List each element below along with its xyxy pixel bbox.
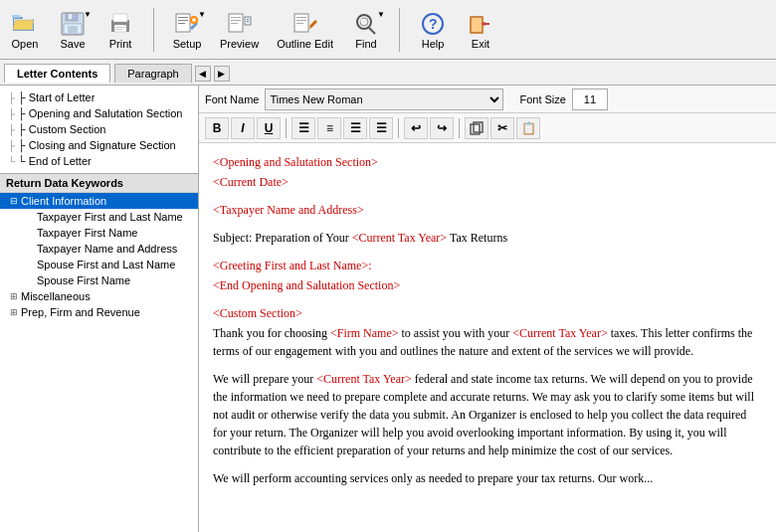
letter-item-end[interactable]: └ End of Letter xyxy=(0,153,198,169)
align-justify-button[interactable]: ☰ xyxy=(369,117,393,139)
exit-button[interactable]: Exit xyxy=(462,8,499,52)
svg-line-37 xyxy=(369,28,375,34)
svg-rect-24 xyxy=(231,20,241,21)
letter-item-opening[interactable]: ├ Opening and Salutation Section xyxy=(0,105,198,121)
svg-rect-23 xyxy=(231,17,241,18)
editor-paragraph: We will prepare your <Current Tax Year> … xyxy=(213,370,762,459)
editor-paragraph: We will perform accounting services only… xyxy=(213,469,762,487)
body-text: We will prepare your xyxy=(213,372,316,386)
font-name-select[interactable]: Times New Roman xyxy=(265,89,503,110)
outline-edit-icon xyxy=(291,10,319,38)
editor-paragraph xyxy=(213,221,762,227)
keywords-tree: ⊟Client InformationTaxpayer First and La… xyxy=(0,193,198,320)
preview-button[interactable]: Preview xyxy=(216,8,263,52)
save-arrow: ▼ xyxy=(84,10,92,19)
italic-button[interactable]: I xyxy=(231,117,255,139)
preview-label: Preview xyxy=(220,38,259,50)
fmt-sep1 xyxy=(286,118,287,138)
toolbar: Open Save ▼ Print xyxy=(0,0,776,60)
copy-button[interactable] xyxy=(465,117,488,139)
editor-paragraph: Subject: Preparation of Your <Current Ta… xyxy=(213,229,762,247)
print-icon xyxy=(106,10,134,38)
template-tag: <Current Date> xyxy=(213,175,289,189)
svg-rect-25 xyxy=(231,23,238,24)
svg-rect-15 xyxy=(115,29,122,30)
kw-item-spouse-full[interactable]: Spouse First and Last Name xyxy=(0,257,198,272)
save-label: Save xyxy=(60,38,85,50)
paste-button[interactable]: 📋 xyxy=(516,117,540,139)
find-label: Find xyxy=(355,38,376,50)
help-button[interactable]: ? Help xyxy=(414,8,452,52)
align-left-button[interactable]: ☰ xyxy=(291,117,315,139)
svg-text:?: ? xyxy=(429,16,438,32)
letter-item-closing[interactable]: ├ Closing and Signature Section xyxy=(0,137,198,153)
preview-icon xyxy=(226,10,254,38)
setup-label: Setup xyxy=(173,38,202,50)
open-button[interactable]: Open xyxy=(6,8,44,52)
kw-label-spouse-first: Spouse First Name xyxy=(37,274,130,286)
svg-rect-27 xyxy=(247,19,249,20)
kw-item-spouse-first[interactable]: Spouse First Name xyxy=(0,272,198,288)
print-label: Print xyxy=(109,38,132,50)
align-center-button[interactable]: ≡ xyxy=(317,117,341,139)
letter-contents-tree: ├ Start of Letter├ Opening and Salutatio… xyxy=(0,86,198,173)
help-icon: ? xyxy=(419,10,447,38)
find-button[interactable]: Find ▼ xyxy=(347,8,385,52)
tab-paragraph[interactable]: Paragraph xyxy=(114,64,191,83)
editor-paragraph: <Opening and Salutation Section> xyxy=(213,153,762,171)
svg-rect-13 xyxy=(113,14,127,22)
expand-icon-misc: ⊞ xyxy=(10,291,18,301)
sep2 xyxy=(399,8,400,52)
kw-item-taxpayer-first[interactable]: Taxpayer First Name xyxy=(0,225,198,241)
svg-point-35 xyxy=(357,15,371,29)
template-tag: <Opening and Salutation Section> xyxy=(213,155,378,169)
tab-letter-contents[interactable]: Letter Contents xyxy=(4,64,110,83)
main-area: ├ Start of Letter├ Opening and Salutatio… xyxy=(0,86,776,532)
outline-edit-label: Outline Edit xyxy=(277,38,333,50)
bold-button[interactable]: B xyxy=(205,117,229,139)
kw-item-taxpayer-address[interactable]: Taxpayer Name and Address xyxy=(0,241,198,257)
exit-icon xyxy=(467,10,494,38)
body-text: Subject: Preparation of Your xyxy=(213,231,352,245)
tabbar: Letter Contents Paragraph ◀ ▶ xyxy=(0,60,776,86)
kw-label-taxpayer-first: Taxpayer First Name xyxy=(37,227,137,239)
kw-item-misc[interactable]: ⊞Miscellaneous xyxy=(0,288,198,304)
editor-paragraph: <Custom Section> xyxy=(213,304,762,322)
cut-button[interactable]: ✂ xyxy=(490,117,514,139)
font-size-input[interactable] xyxy=(572,89,608,110)
kw-item-prep[interactable]: ⊞Prep, Firm and Revenue xyxy=(0,304,198,320)
template-tag: <Greeting First and Last Name>: xyxy=(213,259,372,272)
kw-item-taxpayer-full[interactable]: Taxpayer First and Last Name xyxy=(0,209,198,225)
template-tag: <Taxpayer Name and Address> xyxy=(213,203,364,217)
svg-rect-14 xyxy=(115,27,125,28)
svg-rect-18 xyxy=(178,20,188,21)
undo-button[interactable]: ↩ xyxy=(404,117,428,139)
fmt-sep3 xyxy=(459,118,460,138)
svg-point-38 xyxy=(359,18,363,22)
letter-item-custom[interactable]: ├ Custom Section xyxy=(0,121,198,137)
outline-edit-button[interactable]: Outline Edit xyxy=(273,8,337,52)
tab-nav-left[interactable]: ◀ xyxy=(195,66,211,82)
editor-area[interactable]: <Opening and Salutation Section><Current… xyxy=(199,143,776,532)
save-button[interactable]: Save ▼ xyxy=(54,8,92,52)
kw-label-taxpayer-address: Taxpayer Name and Address xyxy=(37,243,177,255)
redo-button[interactable]: ↪ xyxy=(430,117,454,139)
template-tag: <Current Tax Year> xyxy=(512,326,607,340)
kw-label-misc: Miscellaneous xyxy=(21,290,91,302)
editor-paragraph: <Current Date> xyxy=(213,173,762,191)
letter-item-start[interactable]: ├ Start of Letter xyxy=(0,89,198,105)
find-icon xyxy=(352,10,380,38)
setup-button[interactable]: Setup ▼ xyxy=(168,8,206,52)
print-button[interactable]: Print xyxy=(101,8,139,52)
svg-rect-28 xyxy=(247,21,249,22)
align-right-button[interactable]: ☰ xyxy=(343,117,367,139)
editor-paragraph xyxy=(213,249,762,255)
underline-button[interactable]: U xyxy=(257,117,281,139)
kw-label-spouse-full: Spouse First and Last Name xyxy=(37,259,175,270)
template-tag: <Firm Name> xyxy=(330,326,399,340)
tab-nav-right[interactable]: ▶ xyxy=(214,66,230,82)
template-tag: <Custom Section> xyxy=(213,306,302,320)
kw-item-client-info[interactable]: ⊟Client Information xyxy=(0,193,198,209)
svg-marker-4 xyxy=(13,20,34,30)
keywords-section: Return Data Keywords ⊟Client Information… xyxy=(0,173,198,532)
